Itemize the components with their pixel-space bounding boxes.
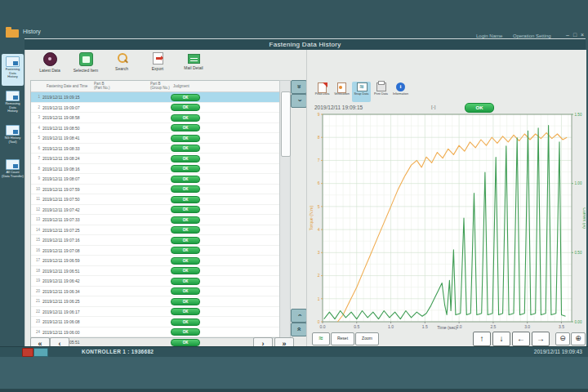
- judgment-badge[interactable]: OK: [171, 308, 200, 315]
- judgment-badge[interactable]: OK: [171, 216, 200, 224]
- table-row[interactable]: 10 2019/12/11 19:07:59 OK: [31, 185, 279, 195]
- table-row[interactable]: 2 2019/12/11 19:09:07 OK: [31, 103, 279, 114]
- table-row[interactable]: 18 2019/12/11 19:06:51 OK: [31, 266, 279, 277]
- table-row[interactable]: 12 2019/12/11 19:07:42 OK: [31, 205, 279, 216]
- judgment-badge[interactable]: OK: [171, 339, 200, 346]
- svg-text:3.5: 3.5: [559, 324, 564, 329]
- sidebar-item-all-count[interactable]: All Count (Data Transfer): [2, 157, 24, 189]
- table-row[interactable]: 15 2019/12/11 19:07:16 OK: [31, 235, 279, 246]
- judgment-badge[interactable]: OK: [171, 226, 200, 234]
- judgment-badge[interactable]: OK: [171, 206, 200, 213]
- peak-data-button[interactable]: Peak Data: [313, 82, 332, 102]
- verification-button[interactable]: Verification: [332, 82, 351, 102]
- table-row[interactable]: 5 2019/12/11 19:08:41 OK: [31, 133, 279, 144]
- judgment-badge[interactable]: OK: [171, 278, 200, 285]
- judgment-badge[interactable]: OK: [171, 114, 200, 122]
- judgment-badge[interactable]: OK: [171, 176, 200, 183]
- judgment-badge[interactable]: OK: [171, 124, 200, 131]
- table-row[interactable]: 9 2019/12/11 19:08:07 OK: [31, 174, 279, 185]
- judgment-badge[interactable]: OK: [171, 247, 200, 254]
- scroll-up-button[interactable]: ‹: [291, 94, 307, 108]
- scroll-bottom-button[interactable]: »: [291, 323, 307, 336]
- scroll-top-button[interactable]: «: [291, 80, 307, 94]
- table-row[interactable]: 4 2019/12/11 19:08:50 OK: [31, 123, 279, 134]
- judgment-badge[interactable]: OK: [171, 196, 200, 203]
- judgment-badge[interactable]: OK: [171, 155, 200, 163]
- judgment-badge[interactable]: OK: [171, 165, 200, 172]
- table-row[interactable]: 6 2019/12/11 19:08:33 OK: [31, 144, 279, 154]
- zoom-button[interactable]: Zoom: [355, 332, 379, 345]
- svg-text:1.00: 1.00: [575, 181, 582, 185]
- pan-down-button[interactable]: ↓: [492, 332, 510, 346]
- table-row[interactable]: 19 2019/12/11 19:06:42 OK: [31, 276, 279, 287]
- print-data-button[interactable]: Print Data: [372, 82, 390, 102]
- judgment-badge[interactable]: OK: [171, 328, 200, 336]
- judgment-badge[interactable]: OK: [171, 145, 200, 152]
- torque-chart[interactable]: 0.00.51.01.52.02.53.03.501234567890.000.…: [309, 113, 586, 330]
- tab-history[interactable]: History: [23, 29, 41, 34]
- latest-data-button[interactable]: Latest Data: [32, 52, 68, 78]
- information-icon: i: [396, 82, 405, 91]
- pan-right-button[interactable]: →: [532, 332, 550, 346]
- row-number: 13: [33, 217, 40, 221]
- chevron-up-icon: ‹: [293, 100, 305, 102]
- judgment-badge[interactable]: OK: [171, 257, 200, 265]
- table-row[interactable]: 13 2019/12/11 19:07:33 OK: [31, 215, 279, 225]
- table-row[interactable]: 20 2019/12/11 19:06:34 OK: [31, 287, 279, 297]
- sidebar-item-label: Fastening Data History: [2, 68, 24, 79]
- judgment-badge[interactable]: OK: [171, 318, 200, 326]
- judgment-badge[interactable]: OK: [171, 267, 200, 274]
- curve-mode-button[interactable]: ≈: [312, 332, 330, 345]
- table-row[interactable]: 16 2019/12/11 19:07:08 OK: [31, 246, 279, 256]
- svg-text:Torque (N.m): Torque (N.m): [309, 206, 314, 231]
- minimize-button[interactable]: –: [566, 32, 569, 38]
- svg-text:3: 3: [318, 250, 320, 255]
- judgment-badge[interactable]: OK: [171, 135, 200, 142]
- export-button[interactable]: Export: [140, 52, 176, 78]
- maximize-button[interactable]: □: [573, 32, 577, 38]
- selected-item-button[interactable]: Selected Item: [68, 52, 104, 78]
- table-row[interactable]: 24 2019/12/11 19:06:00 OK: [31, 327, 279, 338]
- scrollbar-thumb[interactable]: [281, 91, 291, 157]
- snap-data-button[interactable]: ≈ Snap Data: [352, 82, 371, 102]
- judgment-badge[interactable]: OK: [171, 104, 200, 111]
- status-stop-button[interactable]: [22, 348, 33, 357]
- judgment-badge[interactable]: OK: [171, 237, 200, 244]
- sidebar-item-removing-data[interactable]: Removing Data History: [2, 88, 24, 120]
- svg-text:6: 6: [318, 180, 320, 185]
- col-datetime: Fastening Date and Time: [47, 84, 87, 88]
- reset-button[interactable]: Reset: [331, 332, 354, 345]
- pan-left-button[interactable]: ←: [512, 332, 530, 346]
- table-row[interactable]: 7 2019/12/11 19:08:24 OK: [31, 154, 279, 164]
- status-channel-button[interactable]: [33, 348, 48, 357]
- table-row[interactable]: 14 2019/12/11 19:07:25 OK: [31, 225, 279, 236]
- table-row[interactable]: 11 2019/12/11 19:07:50 OK: [31, 194, 279, 205]
- judgment-badge[interactable]: OK: [171, 298, 200, 305]
- sidebar-item-ng-history[interactable]: NG History (Tool): [2, 122, 24, 154]
- sidebar-item-fastening-data[interactable]: Fastening Data History: [2, 54, 24, 86]
- arrow-up-icon: ↑: [480, 334, 484, 343]
- row-datetime: 2019/12/11 19:08:07: [42, 176, 80, 181]
- table-row[interactable]: 8 2019/12/11 19:08:16 OK: [31, 164, 279, 175]
- table-row[interactable]: 23 2019/12/11 19:06:08 OK: [31, 317, 279, 327]
- table-row[interactable]: 17 2019/12/11 19:06:59 OK: [31, 256, 279, 266]
- judgment-badge[interactable]: OK: [171, 94, 200, 101]
- col-group: Part B (Group No.): [150, 82, 170, 90]
- table-row[interactable]: 21 2019/12/11 19:06:25 OK: [31, 296, 279, 307]
- table-row[interactable]: 1 2019/12/11 19:09:15 OK: [31, 92, 279, 103]
- judgment-badge[interactable]: OK: [171, 287, 200, 295]
- judgment-badge[interactable]: OK: [171, 185, 200, 193]
- table-row[interactable]: 22 2019/12/11 19:06:17 OK: [31, 307, 279, 318]
- detail-tool-label: Print Data: [372, 92, 390, 96]
- table-row[interactable]: 3 2019/12/11 19:08:58 OK: [31, 113, 279, 123]
- scroll-down-button[interactable]: ›: [291, 309, 307, 323]
- zoom-out-button[interactable]: ⊖: [555, 332, 570, 345]
- detail-tool-label: Snap Data: [352, 92, 371, 96]
- mail-detail-button[interactable]: Mail Detail: [176, 52, 212, 78]
- zoom-in-button[interactable]: ⊕: [571, 332, 586, 345]
- information-button[interactable]: i Information: [391, 82, 410, 102]
- close-button[interactable]: ×: [581, 32, 584, 38]
- search-button[interactable]: Search: [104, 52, 140, 78]
- pan-up-button[interactable]: ↑: [473, 332, 491, 346]
- table-header: Fastening Date and Time Part B (Part No.…: [31, 81, 279, 92]
